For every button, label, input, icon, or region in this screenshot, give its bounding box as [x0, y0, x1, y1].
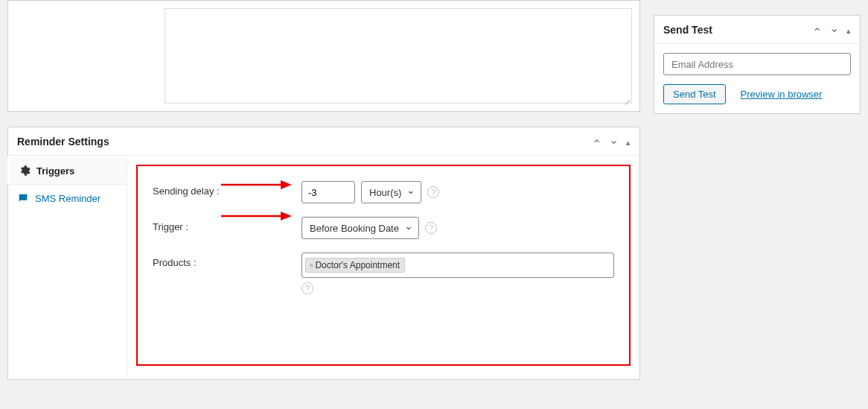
products-label: Products :	[153, 253, 301, 268]
reminder-settings-panel: Reminder Settings Triggers	[7, 127, 640, 380]
move-down-icon[interactable]	[609, 134, 619, 148]
editor-panel	[7, 0, 640, 112]
sending-delay-unit-value: Hour(s)	[369, 187, 401, 198]
send-test-body: Send Test Preview in browser	[654, 44, 860, 113]
sending-delay-input[interactable]	[301, 181, 355, 203]
chat-icon	[17, 192, 29, 204]
move-up-icon[interactable]	[592, 134, 601, 148]
product-tag-label: Doctor's Appointment	[315, 260, 400, 270]
help-icon[interactable]: ?	[427, 186, 439, 198]
message-textarea[interactable]	[165, 8, 632, 104]
reminder-content: Sending delay : Hour(s) ? Trigger :	[127, 156, 639, 379]
sending-delay-row: Sending delay : Hour(s) ?	[153, 181, 614, 203]
help-icon[interactable]: ?	[301, 282, 313, 294]
preview-in-browser-link[interactable]: Preview in browser	[741, 89, 823, 100]
send-test-panel: Send Test Send Test Preview in browser	[654, 15, 861, 114]
collapse-panel-icon[interactable]	[846, 24, 851, 36]
trigger-select-value: Before Booking Date	[310, 223, 399, 234]
tab-sms-reminder[interactable]: SMS Reminder	[8, 185, 127, 212]
sending-delay-label: Sending delay :	[153, 181, 301, 197]
trigger-label: Trigger :	[153, 217, 301, 232]
trigger-select[interactable]: Before Booking Date	[301, 217, 419, 239]
move-up-icon[interactable]	[812, 22, 822, 37]
products-tag-input[interactable]: × Doctor's Appointment	[301, 253, 614, 278]
product-tag: × Doctor's Appointment	[305, 258, 405, 273]
send-test-button[interactable]: Send Test	[663, 84, 726, 104]
sending-delay-unit-select[interactable]: Hour(s)	[361, 181, 421, 203]
email-address-input[interactable]	[663, 53, 851, 75]
collapse-panel-icon[interactable]	[626, 136, 631, 148]
remove-tag-icon[interactable]: ×	[309, 261, 313, 270]
products-row: Products : × Doctor's Appointment ?	[153, 253, 614, 294]
send-test-header: Send Test	[654, 16, 860, 44]
tab-triggers-label: Triggers	[36, 165, 74, 177]
tab-triggers[interactable]: Triggers	[7, 157, 127, 185]
settings-tabs: Triggers SMS Reminder	[8, 156, 127, 379]
help-icon[interactable]: ?	[425, 222, 437, 234]
send-test-title: Send Test	[663, 24, 712, 36]
trigger-row: Trigger : Before Booking Date ?	[153, 217, 614, 239]
reminder-settings-title: Reminder Settings	[17, 136, 109, 148]
highlight-box: Sending delay : Hour(s) ? Trigger :	[136, 165, 631, 366]
reminder-settings-header: Reminder Settings	[8, 127, 639, 156]
move-down-icon[interactable]	[829, 22, 839, 37]
gear-icon	[19, 165, 31, 177]
tab-sms-label: SMS Reminder	[35, 193, 100, 204]
